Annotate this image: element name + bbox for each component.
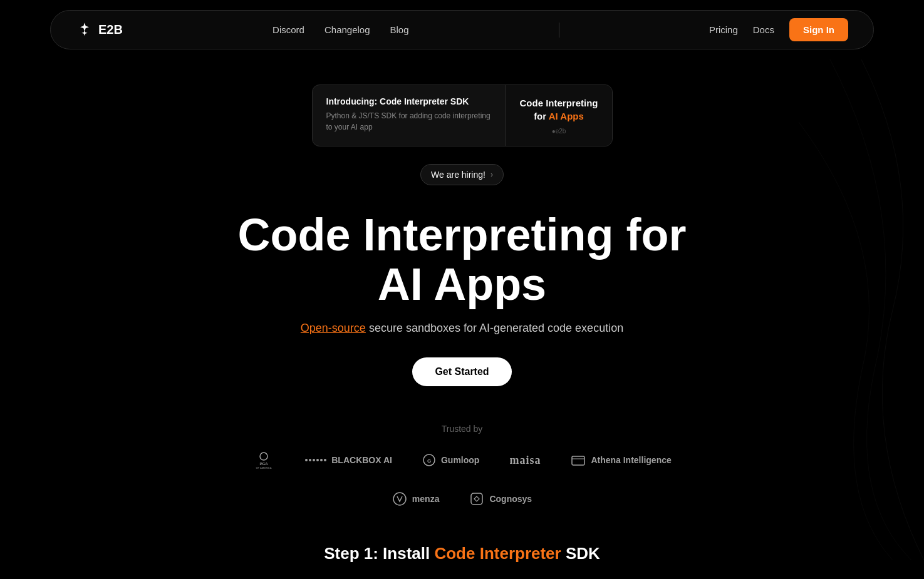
logo-blackbox: BLACKBOX AI xyxy=(305,449,392,471)
gumloop-icon: G xyxy=(422,453,436,467)
trusted-section: Trusted by PGA OF AMERICA BLACKBOX AI xyxy=(13,424,911,506)
nav-right: Pricing Docs Sign In xyxy=(709,18,848,41)
announcement-right: Code Interpreting for AI Apps ●e2b xyxy=(506,85,611,146)
athena-icon xyxy=(571,453,586,468)
svg-text:G: G xyxy=(427,458,431,464)
install-title-highlight: Code Interpreter xyxy=(434,544,561,563)
svg-rect-5 xyxy=(572,456,584,465)
hiring-label: We are hiring! xyxy=(431,170,485,180)
svg-point-7 xyxy=(393,493,406,505)
trusted-label: Trusted by xyxy=(13,424,911,434)
cognosys-text: Cognosys xyxy=(489,494,532,504)
logo-cognosys: Cognosys xyxy=(469,491,532,506)
svg-point-0 xyxy=(260,453,267,460)
menza-text: menza xyxy=(412,494,440,504)
pga-logo-icon: PGA OF AMERICA xyxy=(252,449,275,471)
announcement-card[interactable]: Introducing: Code Interpreter SDK Python… xyxy=(312,85,613,146)
logo-maisa: maisa xyxy=(509,449,541,471)
e2b-logo-icon xyxy=(76,21,93,39)
svg-text:PGA: PGA xyxy=(260,462,269,466)
logo-menza: menza xyxy=(392,491,440,506)
navbar: E2B Discord Changelog Blog Pricing Docs … xyxy=(50,10,874,49)
nav-links: Discord Changelog Blog xyxy=(273,24,408,35)
nav-docs[interactable]: Docs xyxy=(753,24,774,35)
nav-discord[interactable]: Discord xyxy=(273,24,304,35)
hiring-badge[interactable]: We are hiring! › xyxy=(420,164,504,185)
subheadline: Open-source secure sandboxes for AI-gene… xyxy=(301,322,623,335)
blackbox-dots-icon xyxy=(305,459,326,461)
hiring-arrow-icon: › xyxy=(491,170,493,179)
announcement-left: Introducing: Code Interpreter SDK Python… xyxy=(313,85,506,146)
logo-text: E2B xyxy=(98,23,123,37)
announcement-right-title: Code Interpreting for AI Apps xyxy=(519,96,598,123)
open-source-link[interactable]: Open-source xyxy=(301,322,366,334)
maisa-text: maisa xyxy=(509,454,541,467)
install-title-prefix: Step 1: Install xyxy=(324,544,434,563)
install-section: Step 1: Install Code Interpreter SDK Jav… xyxy=(281,544,644,579)
menza-icon xyxy=(392,491,407,506)
nav-changelog[interactable]: Changelog xyxy=(324,24,370,35)
install-title: Step 1: Install Code Interpreter SDK xyxy=(293,544,631,563)
gumloop-text: Gumloop xyxy=(441,455,479,465)
e2b-badge: ●e2b xyxy=(552,128,566,135)
main-headline: Code Interpreting for AI Apps xyxy=(212,210,713,309)
trusted-logos: PGA OF AMERICA BLACKBOX AI G Gumloop xyxy=(249,449,675,506)
get-started-button[interactable]: Get Started xyxy=(412,357,511,386)
sign-in-button[interactable]: Sign In xyxy=(789,18,848,41)
announcement-title: Introducing: Code Interpreter SDK xyxy=(326,96,492,106)
announcement-desc: Python & JS/TS SDK for adding code inter… xyxy=(326,110,492,133)
svg-rect-8 xyxy=(471,493,482,505)
logo-gumloop: G Gumloop xyxy=(422,449,479,471)
nav-pricing[interactable]: Pricing xyxy=(709,24,738,35)
blackbox-text: BLACKBOX AI xyxy=(331,455,392,465)
logo-athena: Athena Intelligence xyxy=(571,449,671,471)
cognosys-icon xyxy=(469,491,484,506)
logo[interactable]: E2B xyxy=(76,21,123,39)
nav-blog[interactable]: Blog xyxy=(390,24,409,35)
logo-pga: PGA OF AMERICA xyxy=(252,449,275,471)
hero-section: Introducing: Code Interpreter SDK Python… xyxy=(0,59,924,579)
nav-divider xyxy=(559,23,559,38)
athena-text: Athena Intelligence xyxy=(591,455,671,465)
install-title-suffix: SDK xyxy=(561,544,600,563)
svg-text:OF AMERICA: OF AMERICA xyxy=(256,466,272,469)
subheadline-text: secure sandboxes for AI-generated code e… xyxy=(366,322,623,334)
